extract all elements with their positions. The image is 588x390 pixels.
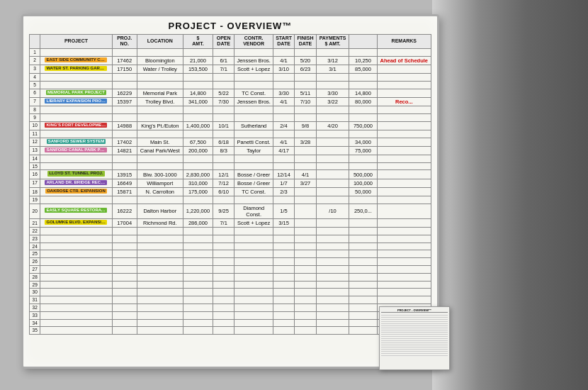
cell-finish: [295, 311, 316, 319]
cell-location: [137, 296, 183, 304]
project-label-bar: WATER ST. PARKING GARAGE: [45, 66, 107, 71]
row-number: 4: [30, 73, 40, 81]
cell-start: [273, 113, 294, 121]
cell-paydate: 3/12: [316, 56, 349, 65]
project-name-cell: [40, 81, 112, 89]
cell-vendor: [234, 319, 273, 327]
cell-remarks: [377, 170, 431, 179]
col-header-location: LOCATION: [137, 35, 183, 49]
cell-remarks: [377, 204, 431, 218]
cell-paydate: [316, 113, 349, 121]
cell-amt: 175,000: [183, 187, 213, 196]
cell-remarks: [377, 250, 431, 258]
cell-start: 4/1: [273, 138, 294, 146]
cell-finish: [295, 146, 316, 155]
project-name-cell: EAST SIDE COMMUNITY CTR.: [40, 56, 112, 65]
cell-payamt: [349, 296, 377, 304]
cell-amt: [183, 319, 213, 327]
cell-amt: [183, 266, 213, 274]
cell-payamt: 750,000: [349, 121, 377, 130]
cell-location: [137, 106, 183, 113]
project-name-cell: LLOYD ST. TUNNEL PROJ.: [40, 170, 112, 179]
scene: PROJECT - OVERVIEW™ PROJECT PROJ.NO. LOC…: [0, 0, 588, 390]
cell-projno: [112, 113, 137, 121]
project-label-bar: GOLUMKE BLVD. EXPANSION: [45, 220, 107, 225]
cell-remarks: [377, 130, 431, 138]
cell-vendor: Diamond Const.: [234, 204, 273, 218]
table-row: 24: [30, 243, 431, 250]
cell-location: [137, 113, 183, 121]
cell-payamt: [349, 73, 377, 81]
cell-finish: [295, 155, 316, 162]
cell-start: [273, 73, 294, 81]
cell-finish: [295, 258, 316, 266]
cell-vendor: [234, 281, 273, 289]
cell-start: 3/15: [273, 218, 294, 227]
cell-open: 7/1: [213, 65, 234, 73]
cell-payamt: [349, 162, 377, 170]
cell-remarks: [377, 89, 431, 97]
cell-open: 8/3: [213, 146, 234, 155]
table-row: 27: [30, 266, 431, 274]
cell-paydate: [316, 138, 349, 146]
project-name-cell: [40, 327, 112, 335]
cell-start: [273, 289, 294, 296]
cell-finish: [295, 319, 316, 327]
row-number: 32: [30, 303, 40, 311]
cell-vendor: [234, 235, 273, 243]
cell-vendor: [234, 303, 273, 311]
project-name-cell: [40, 196, 112, 204]
cell-open: [213, 250, 234, 258]
cell-payamt: 100,000: [349, 179, 377, 187]
cell-projno: [112, 235, 137, 243]
cell-amt: 153,500: [183, 65, 213, 73]
cell-vendor: TC Const.: [234, 89, 273, 97]
cell-amt: [183, 303, 213, 311]
project-name-cell: KING'S FORT DEVELOPMENT: [40, 121, 112, 130]
cell-open: [213, 296, 234, 304]
row-number: 26: [30, 258, 40, 266]
cell-amt: [183, 130, 213, 138]
cell-open: 7/12: [213, 179, 234, 187]
whiteboard: PROJECT - OVERVIEW™ PROJECT PROJ.NO. LOC…: [21, 14, 439, 369]
cell-remarks: [377, 281, 431, 289]
cell-start: 2/4: [273, 121, 294, 130]
col-header-num: [30, 35, 40, 49]
cell-paydate: 3/30: [316, 89, 349, 97]
project-name-cell: [40, 311, 112, 319]
cell-amt: [183, 196, 213, 204]
cell-location: [137, 196, 183, 204]
cell-start: [273, 319, 294, 327]
cell-projno: [112, 130, 137, 138]
cell-start: [273, 155, 294, 162]
project-name-cell: [40, 303, 112, 311]
cell-finish: [295, 106, 316, 113]
cell-paydate: [316, 289, 349, 296]
board-title: PROJECT - OVERVIEW™: [29, 21, 431, 31]
col-header-project: PROJECT: [40, 35, 112, 49]
cell-open: 5/22: [213, 89, 234, 97]
cell-amt: 1,220,000: [183, 204, 213, 218]
cell-projno: 16229: [112, 89, 137, 97]
row-number: 20: [30, 204, 40, 218]
cell-projno: 13915: [112, 170, 137, 179]
project-name-cell: [40, 266, 112, 274]
cell-vendor: Jenssen Bros.: [234, 56, 273, 65]
cell-remarks: [377, 266, 431, 274]
cell-projno: 17402: [112, 138, 137, 146]
cell-start: [273, 196, 294, 204]
row-number: 24: [30, 243, 40, 250]
cell-projno: 17004: [112, 218, 137, 227]
cell-location: [137, 81, 183, 89]
cell-projno: [112, 106, 137, 113]
cell-paydate: [316, 73, 349, 81]
cell-amt: [183, 258, 213, 266]
cell-location: [137, 289, 183, 296]
cell-paydate: [316, 228, 349, 235]
cell-payamt: [349, 243, 377, 250]
cell-finish: 3/27: [295, 179, 316, 187]
cell-payamt: [349, 196, 377, 204]
cell-paydate: /10: [316, 204, 349, 218]
cell-payamt: 50,000: [349, 187, 377, 196]
row-number: 9: [30, 113, 40, 121]
